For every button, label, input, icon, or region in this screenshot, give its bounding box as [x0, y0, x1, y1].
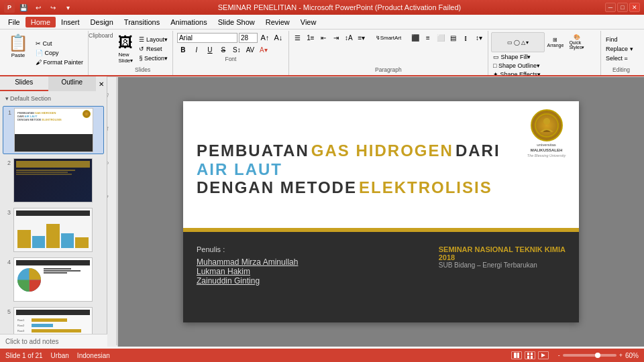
quick-save-btn[interactable]: 💾: [17, 2, 30, 13]
language-indicator[interactable]: Indonesian: [77, 352, 110, 359]
svg-rect-19: [517, 353, 519, 358]
canvas-wrapper: -16 -12 -8 -4 0 4 8 12 16 -8 -4 0 4: [107, 76, 644, 334]
zoom-in-btn[interactable]: +: [619, 352, 623, 359]
shape-outline-btn[interactable]: □ Shape Outline▾: [491, 62, 543, 70]
cut-button[interactable]: ✂ Cut: [34, 40, 85, 48]
new-slide-button[interactable]: 🖼 NewSlide▾: [115, 33, 136, 65]
quick-undo-btn[interactable]: ↩: [32, 2, 44, 13]
decrease-indent-btn[interactable]: ⇤: [317, 32, 329, 43]
columns-btn[interactable]: ⫿: [460, 32, 472, 43]
slide-sorter-icon: [527, 352, 533, 359]
tab-slides[interactable]: Slides: [0, 76, 48, 91]
section-collapse-icon[interactable]: ▾: [5, 95, 9, 102]
menu-bar: File Home Insert Design Transitions Anim…: [0, 15, 644, 29]
slides-label: Slides: [115, 66, 170, 74]
line-spacing-btn[interactable]: ↕▾: [473, 32, 485, 43]
reading-view-btn[interactable]: [538, 351, 549, 359]
close-button[interactable]: ✕: [629, 3, 640, 12]
panel-tabs: Slides Outline ✕: [0, 76, 107, 91]
arrange-btn[interactable]: ⊞ Arrange: [545, 33, 566, 52]
font-decrease-btn[interactable]: A↓: [272, 32, 284, 43]
shape-fill-btn[interactable]: ▭ Shape Fill▾: [491, 53, 543, 61]
svg-rect-23: [531, 356, 533, 359]
align-left-btn[interactable]: ⬛: [409, 32, 421, 43]
menu-animations[interactable]: Animations: [165, 17, 212, 27]
shapes-gallery[interactable]: ▭ ◯ △▾: [491, 32, 545, 52]
zoom-level[interactable]: 60%: [625, 352, 639, 359]
font-size-input[interactable]: [239, 33, 258, 43]
replace-button[interactable]: Replace ▾: [604, 45, 639, 53]
authors-section: Penulis : Muhammad Mirza Aminullah Lukma…: [197, 245, 298, 286]
ruler-v-svg: -8 -4 0 4: [107, 77, 118, 345]
zoom-thumb: [595, 353, 600, 358]
heading-gas-hidrogen: GAS HIDROGEN: [311, 141, 453, 160]
align-right-btn[interactable]: ⬜: [435, 32, 447, 43]
format-painter-button[interactable]: 🖌 Format Painter: [34, 58, 85, 66]
copy-button[interactable]: 📄 Copy: [34, 49, 85, 57]
slide-thumb-2[interactable]: 2: [3, 157, 104, 204]
increase-indent-btn[interactable]: ⇥: [330, 32, 342, 43]
slide-preview-2: [13, 158, 93, 202]
zoom-out-btn[interactable]: -: [558, 352, 560, 359]
align-text-btn[interactable]: ≡▾: [356, 32, 368, 43]
quick-more-btn[interactable]: ▾: [62, 2, 74, 13]
bold-button[interactable]: B: [177, 44, 189, 55]
font-label: Font: [177, 55, 284, 63]
quick-redo-btn[interactable]: ↪: [47, 2, 59, 13]
slide-preview-4: [13, 257, 93, 302]
layout-button[interactable]: ☰ Layout▾: [137, 36, 170, 44]
menu-file[interactable]: File: [3, 17, 25, 27]
font-name-input[interactable]: [177, 33, 237, 43]
align-center-btn[interactable]: ≡: [422, 32, 434, 43]
numbering-btn[interactable]: 1≡: [305, 32, 317, 43]
find-button[interactable]: Find: [604, 36, 639, 44]
section-button[interactable]: § Section▾: [137, 54, 170, 62]
reset-button[interactable]: ↺ Reset: [137, 45, 170, 53]
svg-rect-22: [527, 356, 529, 359]
normal-view-btn[interactable]: [511, 351, 522, 359]
menu-review[interactable]: Review: [260, 17, 295, 27]
text-direction-btn[interactable]: ↕A: [343, 32, 355, 43]
maximize-button[interactable]: □: [617, 3, 628, 12]
slide-thumb-4[interactable]: 4: [3, 256, 104, 303]
select-button[interactable]: Select =: [604, 54, 639, 62]
ribbon: 📋 Paste ✂ Cut 📄 Copy 🖌 Format Painter Cl…: [0, 29, 644, 76]
panel-close-btn[interactable]: ✕: [96, 76, 107, 91]
main-area: Slides Outline ✕ ▾ Default Section 1 PEM…: [0, 76, 644, 334]
slide-thumb-3[interactable]: 3: [3, 206, 104, 253]
menu-design[interactable]: Design: [85, 17, 119, 27]
svg-point-16: [535, 114, 558, 137]
italic-button[interactable]: I: [191, 44, 203, 55]
menu-insert[interactable]: Insert: [56, 17, 85, 27]
font-increase-btn[interactable]: A↑: [259, 32, 271, 43]
slide-sorter-btn[interactable]: [525, 351, 535, 359]
shape-effects-btn[interactable]: ✦ Shape Effects▾: [491, 70, 543, 76]
font-color-btn[interactable]: A▾: [258, 44, 270, 55]
slide-thumb-1[interactable]: 1 PEMBUATAN GAS HIDROGEN DARI AIR LAUT D…: [3, 106, 104, 154]
char-spacing-btn[interactable]: AV: [244, 44, 256, 55]
slide-panel: Slides Outline ✕ ▾ Default Section 1 PEM…: [0, 76, 107, 334]
svg-text:-4: -4: [107, 127, 109, 131]
slide-preview-1: PEMBUATAN GAS HIDROGEN DARI AIR LAUT DEN…: [14, 108, 93, 152]
strikethrough-button[interactable]: S: [217, 44, 229, 55]
quick-styles-btn[interactable]: 🎨 QuickStyles▾: [566, 33, 588, 52]
zoom-slider[interactable]: [563, 354, 616, 357]
convert-smartart-btn[interactable]: ↯SmartArt: [368, 32, 409, 43]
justify-btn[interactable]: ▤: [447, 32, 460, 43]
slide-canvas[interactable]: universitas MALIKUSSALEH The Blessing Un…: [118, 77, 644, 347]
underline-button[interactable]: U: [204, 44, 216, 55]
menu-home[interactable]: Home: [25, 17, 56, 27]
bullets-btn[interactable]: ☰: [292, 32, 304, 43]
menu-view[interactable]: View: [295, 17, 322, 27]
minimize-button[interactable]: ─: [605, 3, 616, 12]
logo-circle: [531, 109, 563, 141]
tab-outline[interactable]: Outline: [48, 76, 97, 91]
menu-slideshow[interactable]: Slide Show: [213, 17, 260, 27]
heading-dengan-metode: DENGAN METODE: [197, 178, 357, 196]
author-1: Muhammad Mirza Aminullah: [197, 257, 298, 267]
theme-name[interactable]: Urban: [51, 352, 69, 359]
paste-button[interactable]: 📋 Paste: [5, 32, 31, 60]
slide-thumb-5[interactable]: 5 Row1 Row2 Row3: [3, 306, 104, 334]
shadow-button[interactable]: S↕: [231, 44, 243, 55]
menu-transitions[interactable]: Transitions: [119, 17, 165, 27]
